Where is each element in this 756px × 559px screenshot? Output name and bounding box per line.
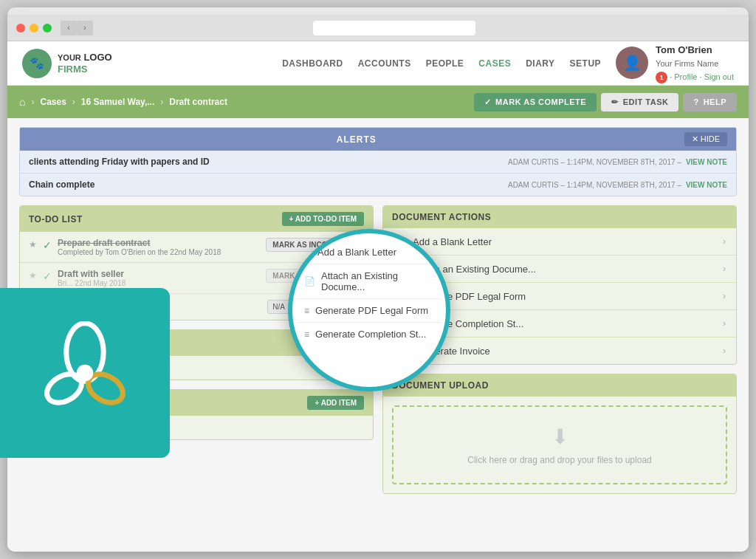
alert-meta-2: ADAM CURTIS – 1:14PM, NOVEMBER 8TH, 2017… (508, 181, 681, 189)
zoom-circle-overlay: ✉ Add a Blank Letter 📄 Attach an Existin… (288, 229, 450, 391)
check-icon: ✓ (484, 97, 492, 107)
nav-dashboard[interactable]: DASHBOARD (282, 58, 343, 69)
alerts-header: ALERTS ✕ HIDE (20, 128, 736, 151)
zoom-text-2: Attach an Existing Docume... (321, 270, 434, 292)
alert-link-1[interactable]: VIEW NOTE (686, 158, 727, 166)
breadcrumb-cases[interactable]: Cases (40, 97, 66, 107)
profile-link[interactable]: Profile (674, 72, 697, 81)
alert-text-2: Chain complete (29, 179, 502, 190)
na-button[interactable]: N/A (267, 300, 290, 314)
doc-action-blank-letter[interactable]: ✉ Add a Blank Letter › (383, 228, 736, 256)
doc-actions-header: DOCUMENT ACTIONS (383, 206, 736, 228)
arrow-icon-5: › (723, 346, 726, 356)
todo-text-area-2: Draft with seller Bri... 22nd May 2018 (58, 269, 260, 287)
breadcrumb-address[interactable]: 16 Samuel Way,... (81, 97, 154, 107)
alert-text-1: clients attending Friday with papers and… (29, 157, 502, 167)
breadcrumb-actions: ✓ MARK AS COMPLETE ✏ EDIT TASK ? HELP (474, 93, 737, 112)
minimize-button[interactable] (30, 24, 38, 32)
check-icon-2: ✓ (43, 270, 52, 282)
alerts-title: ALERTS (29, 134, 684, 145)
nav-diary[interactable]: DIARY (526, 58, 554, 69)
upload-icon: ⬇ (411, 425, 708, 449)
arrow-icon-1: › (723, 236, 726, 247)
doc-action-text-3: Generate PDF Legal Form (413, 291, 715, 302)
back-arrow[interactable]: ‹ (61, 21, 77, 35)
mark-complete-button[interactable]: ✓ MARK AS COMPLETE (474, 93, 597, 112)
pdf-icon-graphic (33, 321, 137, 425)
todo-title: TO-DO LIST (29, 214, 276, 224)
todo-text-area: Prepare draft contract Completed by Tom … (58, 238, 260, 256)
doc-action-text-1: Add a Blank Letter (413, 236, 715, 247)
todo-sub-1: Completed by Tom O'Brien on the 22nd May… (58, 248, 260, 256)
help-button[interactable]: ? HELP (683, 93, 737, 112)
add-reminder-button[interactable]: + ADD ITEM (307, 396, 364, 410)
alerts-section: ALERTS ✕ HIDE clients attending Friday w… (19, 127, 737, 196)
zoom-text-4: Generate Completion St... (315, 329, 426, 340)
nav-links: DASHBOARD ACCOUNTS PEOPLE CASES DIARY SE… (282, 58, 601, 69)
logo-area: 🐾 YOUR LOGO FIRMS (22, 49, 112, 78)
user-firm: Your Firms Name (656, 58, 734, 71)
zoom-pdf-icon: ≡ (304, 306, 309, 316)
signout-link[interactable]: Sign out (704, 72, 734, 81)
notification-badge: 1 (656, 72, 667, 83)
logo-text: YOUR LOGO FIRMS (58, 52, 112, 75)
zoom-completion-icon: ≡ (304, 329, 309, 340)
help-icon: ? (693, 97, 698, 106)
zoom-attach-icon: 📄 (304, 276, 315, 287)
upload-title: DOCUMENT UPLOAD (392, 380, 727, 391)
alert-row: clients attending Friday with papers and… (20, 151, 736, 174)
arrow-icon-2: › (723, 264, 726, 274)
nav-accounts[interactable]: ACCOUNTS (358, 58, 411, 69)
zoom-text-1: Add a Blank Letter (317, 247, 396, 258)
todo-title-2: Draft with seller (58, 269, 260, 279)
logo-icon: 🐾 (22, 49, 52, 78)
todo-sub-2: Bri... 22nd May 2018 (58, 279, 260, 287)
zoom-item-3[interactable]: ≡ Generate PDF Legal Form (297, 299, 441, 323)
avatar: 👤 (616, 47, 648, 79)
zoom-text-3: Generate PDF Legal Form (315, 305, 428, 316)
user-name: Tom O'Brien (656, 43, 734, 58)
url-bar[interactable] (313, 21, 475, 35)
home-icon[interactable]: ⌂ (19, 96, 25, 108)
alert-link-2[interactable]: VIEW NOTE (686, 181, 727, 189)
alert-row: Chain complete ADAM CURTIS – 1:14PM, NOV… (20, 174, 736, 196)
user-area: 👤 Tom O'Brien Your Firms Name 1 · Profil… (616, 43, 734, 84)
nav-setup[interactable]: SETUP (570, 58, 602, 69)
edit-task-button[interactable]: ✏ EDIT TASK (601, 93, 678, 112)
check-icon: ✓ (43, 239, 52, 251)
doc-action-text-4: Generate Completion St... (413, 318, 715, 329)
hide-alerts-button[interactable]: ✕ HIDE (684, 132, 727, 146)
doc-action-text-5: B... nerate Invoice (413, 346, 715, 357)
svg-point-3 (77, 365, 93, 381)
arrow-icon-4: › (723, 318, 726, 329)
star-icon-2: ★ (29, 270, 37, 281)
upload-text: Click here or drag and drop your files t… (467, 455, 651, 465)
top-navigation: 🐾 YOUR LOGO FIRMS DASHBOARD ACCOUNTS PEO… (7, 41, 749, 86)
user-info: Tom O'Brien Your Firms Name 1 · Profile … (656, 43, 734, 84)
zoom-item-4[interactable]: ≡ Generate Completion St... (297, 323, 441, 346)
zoom-item-2[interactable]: 📄 Attach an Existing Docume... (297, 264, 441, 299)
upload-header: DOCUMENT UPLOAD (383, 374, 736, 397)
alert-meta-1: ADAM CURTIS – 1:14PM, NOVEMBER 8TH, 2017… (508, 158, 681, 166)
breadcrumb-current: Draft contract (169, 97, 227, 107)
titlebar: ‹ › (7, 15, 749, 41)
close-button[interactable] (16, 24, 25, 32)
pdf-overlay (0, 288, 170, 458)
star-icon: ★ (29, 239, 37, 250)
forward-arrow[interactable]: › (77, 21, 93, 35)
maximize-button[interactable] (43, 24, 52, 32)
arrow-icon-3: › (723, 291, 726, 301)
upload-area[interactable]: ⬇ Click here or drag and drop your files… (392, 405, 727, 484)
nav-people[interactable]: PEOPLE (426, 58, 464, 69)
breadcrumb-bar: ⌂ › Cases › 16 Samuel Way,... › Draft co… (7, 86, 749, 118)
doc-actions-title: DOCUMENT ACTIONS (392, 212, 727, 222)
add-todo-button[interactable]: + ADD TO-DO ITEM (282, 212, 364, 226)
todo-header: TO-DO LIST + ADD TO-DO ITEM (20, 206, 373, 232)
doc-action-text-2: Attach an Existing Docume... (413, 264, 715, 275)
edit-icon: ✏ (611, 97, 619, 107)
zoom-inner: ✉ Add a Blank Letter 📄 Attach an Existin… (292, 233, 446, 353)
traffic-lights (16, 24, 52, 32)
document-upload-section: DOCUMENT UPLOAD ⬇ Click here or drag and… (382, 374, 737, 494)
todo-title-1: Prepare draft contract (58, 238, 260, 248)
nav-cases[interactable]: CASES (478, 58, 511, 69)
